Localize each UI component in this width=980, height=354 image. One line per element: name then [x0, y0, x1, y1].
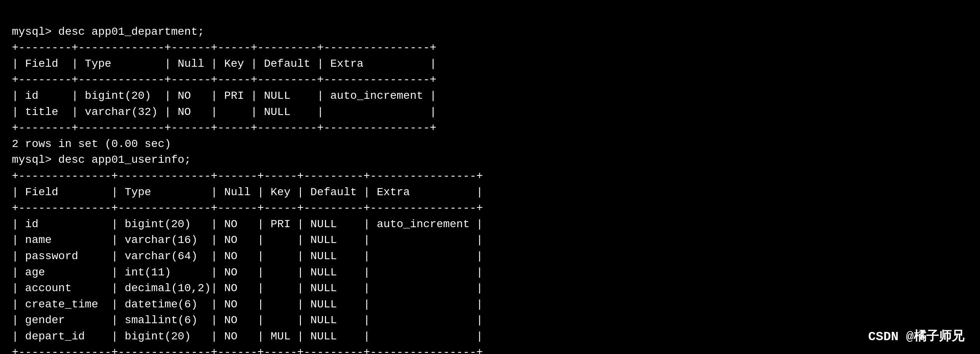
terminal-line: mysql> desc app01_department; [12, 24, 968, 40]
terminal-line: +--------+-------------+------+-----+---… [12, 72, 968, 88]
terminal-line: | id | bigint(20) | NO | PRI | NULL | au… [12, 88, 968, 104]
terminal-line: | gender | smallint(6) | NO | | NULL | | [12, 313, 968, 329]
terminal-line: | name | varchar(16) | NO | | NULL | | [12, 232, 968, 249]
terminal-line: +--------------+--------------+------+--… [12, 200, 968, 217]
terminal-line: | age | int(11) | NO | | NULL | | [12, 265, 968, 281]
terminal-line: | title | varchar(32) | NO | | NULL | | [12, 104, 968, 121]
terminal-line: mysql> desc app01_userinfo; [12, 152, 968, 168]
terminal-line: +--------+-------------+------+-----+---… [12, 120, 968, 136]
terminal-line: | id | bigint(20) | NO | PRI | NULL | au… [12, 217, 968, 233]
terminal-line: | Field | Type | Null | Key | Default | … [12, 56, 968, 72]
terminal-line: 2 rows in set (0.00 sec) [12, 136, 968, 153]
terminal-output: mysql> desc app01_department;+--------+-… [12, 8, 968, 354]
terminal-line: | password | varchar(64) | NO | | NULL |… [12, 249, 968, 265]
terminal-line: +--------------+--------------+------+--… [12, 168, 968, 185]
terminal-line: +--------------+--------------+------+--… [12, 345, 968, 354]
terminal-line: | create_time | datetime(6) | NO | | NUL… [12, 297, 968, 313]
terminal-line: | depart_id | bigint(20) | NO | MUL | NU… [12, 329, 968, 345]
terminal-line: | Field | Type | Null | Key | Default | … [12, 185, 968, 201]
terminal-line: +--------+-------------+------+-----+---… [12, 40, 968, 56]
terminal-line: | account | decimal(10,2)| NO | | NULL |… [12, 281, 968, 297]
watermark: CSDN @橘子师兄 [868, 328, 964, 346]
